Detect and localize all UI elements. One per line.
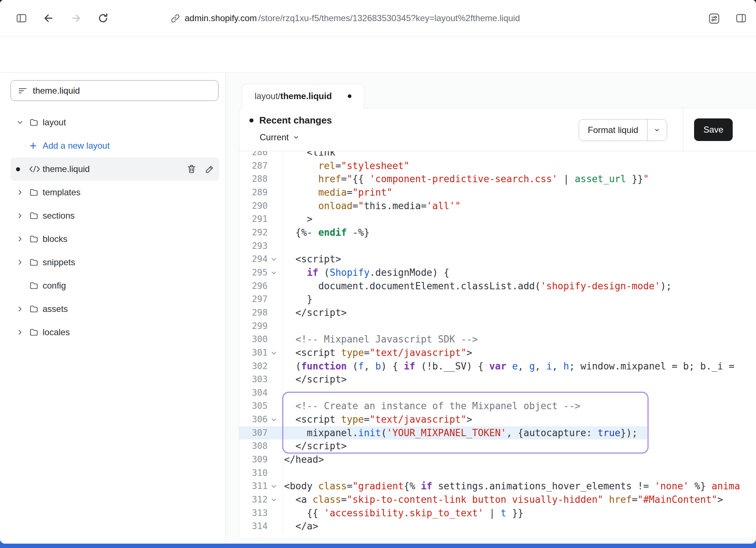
- tree-row-gutter: [16, 167, 29, 171]
- browser-reload-button[interactable]: [97, 12, 109, 25]
- code-line-292[interactable]: 292 {%- endif -%}: [239, 226, 756, 239]
- fold-gutter: [268, 151, 283, 159]
- tree-row-label: locales: [43, 327, 70, 337]
- code-line-307[interactable]: 307 mixpanel.init('YOUR_MIXPANEL_TOKEN',…: [239, 426, 756, 440]
- code-line-291[interactable]: 291 >: [239, 212, 756, 226]
- code-line-300[interactable]: 300 <!-- Mixpanel Javascript SDK -->: [239, 333, 756, 346]
- sidebar-folder-blocks[interactable]: blocks: [11, 227, 219, 251]
- code-text: </script>: [283, 373, 347, 386]
- code-line-287[interactable]: 287 rel="stylesheet": [239, 159, 756, 173]
- code-text: rel="stylesheet": [283, 159, 409, 173]
- browser-window: admin.shopify.com/store/rzq1xu-f5/themes…: [0, 0, 756, 544]
- sidebar-folder-templates[interactable]: templates: [11, 181, 219, 204]
- code-line-303[interactable]: 303 </script>: [239, 373, 756, 386]
- tab-unsaved-dot: [348, 94, 351, 98]
- line-number: 306: [239, 413, 268, 426]
- link-icon: [170, 13, 180, 23]
- code-line-296[interactable]: 296 document.documentElement.classList.a…: [239, 279, 756, 293]
- code-line-294[interactable]: 294 <script>: [239, 253, 756, 266]
- file-tree: layoutAdd a new layouttheme.liquidtempla…: [0, 111, 225, 344]
- format-liquid-dropdown[interactable]: [647, 120, 667, 141]
- sidebar-folder-layout[interactable]: layout: [11, 111, 219, 134]
- tree-row-icon: [29, 234, 43, 244]
- code-line-295[interactable]: 295 if (Shopify.designMode) {: [239, 266, 756, 279]
- code-line-314[interactable]: 314 </a>: [239, 520, 756, 533]
- sidebar-folder-assets[interactable]: assets: [11, 297, 219, 321]
- fold-gutter[interactable]: [268, 413, 283, 426]
- line-number: 297: [239, 293, 268, 306]
- tree-row-label: layout: [43, 117, 66, 128]
- line-number: 302: [239, 360, 268, 373]
- sidebar-add-new-layout[interactable]: Add a new layout: [11, 134, 219, 157]
- sidebar-file-theme-liquid[interactable]: theme.liquid: [11, 157, 219, 181]
- fold-gutter: [268, 159, 283, 173]
- fold-gutter[interactable]: [268, 480, 283, 493]
- code-line-304[interactable]: 304: [239, 386, 756, 400]
- browser-split-view-button[interactable]: [735, 12, 747, 25]
- code-line-301[interactable]: 301 <script type="text/javascript">: [239, 346, 756, 360]
- code-line-298[interactable]: 298 </script>: [239, 306, 756, 320]
- fold-gutter[interactable]: [268, 346, 283, 360]
- browser-forward-button[interactable]: [70, 12, 82, 25]
- code-line-309[interactable]: 309</head>: [239, 453, 756, 466]
- code-line-306[interactable]: 306 <script type="text/javascript">: [239, 413, 756, 426]
- line-number: 293: [239, 239, 268, 253]
- line-number: 305: [239, 399, 268, 413]
- toolbar-divider: [683, 108, 683, 151]
- fold-gutter: [268, 426, 283, 440]
- delete-file-button[interactable]: [186, 164, 197, 174]
- code-line-311[interactable]: 311<body class="gradient{% if settings.a…: [239, 480, 756, 493]
- code-line-299[interactable]: 299: [239, 320, 756, 333]
- code-line-312[interactable]: 312 <a class="skip-to-content-link butto…: [239, 493, 756, 506]
- editor-tab-theme-liquid[interactable]: layout/theme.liquid: [242, 84, 364, 108]
- code-line-308[interactable]: 308 </script>: [239, 439, 756, 453]
- sidebar-folder-locales[interactable]: locales: [11, 321, 219, 344]
- browser-sidebar-toggle-button[interactable]: [15, 12, 28, 25]
- fold-gutter: [268, 506, 283, 520]
- rename-file-button[interactable]: [205, 164, 215, 174]
- code-text: }: [283, 293, 312, 306]
- file-search-input[interactable]: [33, 86, 212, 96]
- fold-gutter[interactable]: [268, 253, 283, 266]
- format-liquid-button[interactable]: Format liquid: [579, 120, 647, 141]
- fold-gutter: [268, 373, 283, 386]
- chevron-right-icon: [16, 305, 24, 313]
- recent-changes-label: Recent changes: [259, 115, 332, 126]
- tree-row-icon: [29, 118, 43, 127]
- tree-row-icon: [29, 141, 43, 150]
- code-editor[interactable]: 286 <link287 rel="stylesheet"288 href="{…: [239, 151, 756, 537]
- line-number: 310: [239, 466, 268, 480]
- line-number: 294: [239, 253, 268, 266]
- sidebar-folder-snippets[interactable]: snippets: [11, 251, 219, 274]
- code-line-305[interactable]: 305 <!-- Create an instance of the Mixpa…: [239, 399, 756, 413]
- fold-gutter[interactable]: [268, 493, 283, 506]
- code-line-302[interactable]: 302 (function (f, b) { if (!b.__SV) { va…: [239, 360, 756, 373]
- code-line-297[interactable]: 297 }: [239, 293, 756, 306]
- code-line-289[interactable]: 289 media="print": [239, 186, 756, 199]
- folder-icon: [29, 258, 39, 267]
- address-bar[interactable]: admin.shopify.com/store/rzq1xu-f5/themes…: [170, 8, 520, 28]
- browser-back-button[interactable]: [42, 12, 55, 25]
- code-line-286[interactable]: 286 <link: [239, 151, 756, 159]
- code-line-290[interactable]: 290 onload="this.media='all'": [239, 199, 756, 213]
- folder-icon: [29, 328, 39, 337]
- version-dropdown[interactable]: Current: [260, 132, 300, 142]
- code-line-288[interactable]: 288 href="{{ 'component-predictive-searc…: [239, 172, 756, 186]
- code-text: {{ 'accessibility.skip_to_text' | t }}: [283, 506, 523, 520]
- tree-row-label: Add a new layout: [43, 141, 110, 151]
- code-line-310[interactable]: 310: [239, 466, 756, 480]
- fold-gutter: [268, 226, 283, 239]
- line-number: 299: [239, 320, 268, 333]
- code-line-313[interactable]: 313 {{ 'accessibility.skip_to_text' | t …: [239, 506, 756, 520]
- code-line-293[interactable]: 293: [239, 239, 756, 253]
- fold-gutter[interactable]: [268, 266, 283, 279]
- code-text: {%- endif -%}: [283, 226, 370, 239]
- fold-gutter: [268, 186, 283, 199]
- sidebar-folder-sections[interactable]: sections: [11, 204, 219, 227]
- fold-gutter: [268, 279, 283, 293]
- sidebar-folder-config[interactable]: config: [11, 274, 219, 297]
- line-number: 296: [239, 279, 268, 293]
- save-button[interactable]: Save: [694, 118, 733, 141]
- tree-row-icon: [29, 165, 43, 173]
- browser-extensions-button[interactable]: [708, 12, 720, 25]
